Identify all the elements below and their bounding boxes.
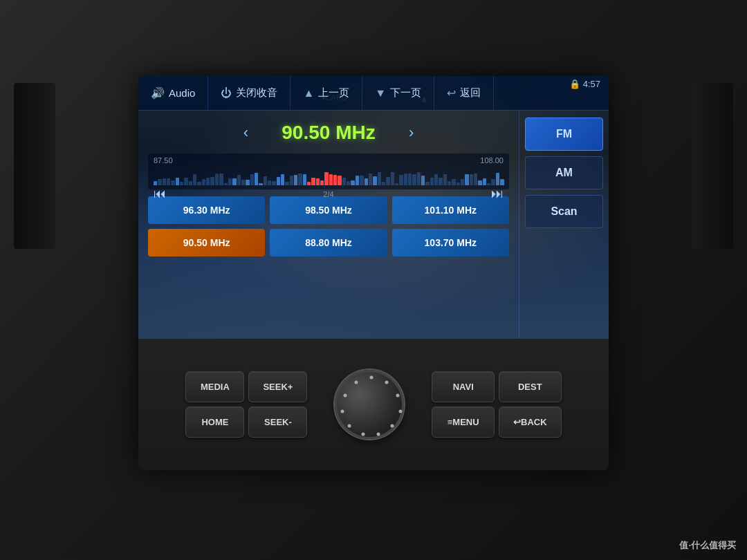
preset-button-5[interactable]: 88.80 MHz: [270, 229, 387, 256]
next-page-button[interactable]: ▼ 下一页: [362, 76, 434, 110]
watermark: 值·什么值得买: [679, 539, 736, 552]
media-button[interactable]: MEDIA: [185, 371, 244, 402]
svg-point-10: [355, 381, 358, 384]
left-button-group: MEDIA SEEK+ HOME SEEK-: [185, 371, 307, 438]
knob-dots-svg: [337, 372, 406, 441]
page-indicator: 2/4: [323, 190, 333, 198]
svg-point-8: [341, 410, 344, 413]
audio-icon: 🔊: [151, 86, 165, 100]
prev-page-button[interactable]: ▲ 上一页: [290, 76, 362, 110]
back-hw-button[interactable]: ↩BACK: [499, 407, 562, 438]
svg-point-9: [344, 394, 347, 398]
spectrum-controls: ⏮ 2/4 ⏭: [154, 187, 504, 201]
dest-button[interactable]: DEST: [499, 371, 562, 402]
spectrum-display: 87.50 108.00 ⏮ 2/4 ⏭: [148, 153, 509, 189]
scan-mode-button[interactable]: Scan: [525, 195, 603, 228]
am-mode-button[interactable]: AM: [525, 156, 603, 189]
freq-down-button[interactable]: ‹: [243, 124, 248, 142]
power-icon: ⏻: [221, 87, 232, 100]
rotary-knob[interactable]: [335, 370, 404, 439]
clock-display: 🔒 4:57: [569, 79, 600, 89]
seek-minus-button[interactable]: SEEK-: [248, 407, 307, 438]
svg-point-7: [348, 424, 351, 428]
svg-point-5: [377, 433, 380, 436]
mode-panel: FM AM Scan: [519, 111, 609, 339]
up-icon: ▲: [303, 87, 314, 100]
svg-point-1: [385, 381, 389, 384]
mute-button[interactable]: ⏻ 关闭收音: [208, 76, 290, 110]
audio-button[interactable]: 🔊 Audio: [138, 76, 208, 110]
top-navigation-bar: 🔊 Audio ⏻ 关闭收音 ▲ 上一页 ▼ 下一页 ↩ 返回 🔒 4:57: [138, 76, 609, 111]
freq-up-button[interactable]: ›: [409, 124, 414, 142]
back-button[interactable]: ↩ 返回: [434, 76, 494, 110]
menu-button[interactable]: ≡MENU: [432, 407, 495, 438]
main-content-area: ‹ 90.50 MHz › 87.50 108.00 ⏮: [138, 111, 609, 339]
svg-point-0: [370, 376, 374, 380]
preset-button-6[interactable]: 103.70 MHz: [392, 229, 509, 256]
home-button[interactable]: HOME: [185, 407, 244, 438]
vent-right: [692, 83, 733, 249]
down-icon: ▼: [375, 87, 386, 100]
radio-panel: ‹ 90.50 MHz › 87.50 108.00 ⏮: [138, 111, 519, 339]
spectrum-labels: 87.50 108.00: [154, 156, 504, 165]
navi-button[interactable]: NAVI: [432, 371, 495, 402]
spectrum-bars: [154, 166, 504, 185]
clock-icon: 🔒: [569, 79, 580, 89]
svg-point-3: [399, 410, 403, 413]
seek-plus-button[interactable]: SEEK+: [248, 371, 307, 402]
svg-point-6: [362, 433, 365, 436]
back-icon: ↩: [447, 86, 456, 100]
frequency-display: ‹ 90.50 MHz ›: [148, 119, 509, 147]
fm-mode-button[interactable]: FM: [525, 118, 603, 151]
svg-point-4: [391, 424, 394, 428]
display-screen: ♦CARD ▲ 🔊 Audio ⏻ 关闭收音 ▲ 上一页 ▼ 下一页 ↩: [138, 76, 609, 339]
head-unit: ♦CARD ▲ 🔊 Audio ⏻ 关闭收音 ▲ 上一页 ▼ 下一页 ↩: [138, 76, 609, 470]
skip-back-button[interactable]: ⏮: [154, 187, 166, 201]
vent-left: [14, 83, 55, 249]
preset-buttons-grid: 96.30 MHz 98.50 MHz 101.10 MHz 90.50 MHz…: [148, 196, 509, 256]
skip-forward-button[interactable]: ⏭: [491, 187, 504, 201]
current-frequency: 90.50 MHz: [259, 122, 398, 144]
preset-button-4[interactable]: 90.50 MHz: [148, 229, 265, 256]
physical-controls: MEDIA SEEK+ HOME SEEK-: [138, 339, 609, 470]
rotary-knob-container: [335, 370, 404, 439]
svg-point-2: [396, 394, 400, 398]
right-button-group: NAVI DEST ≡MENU ↩BACK: [432, 371, 561, 438]
